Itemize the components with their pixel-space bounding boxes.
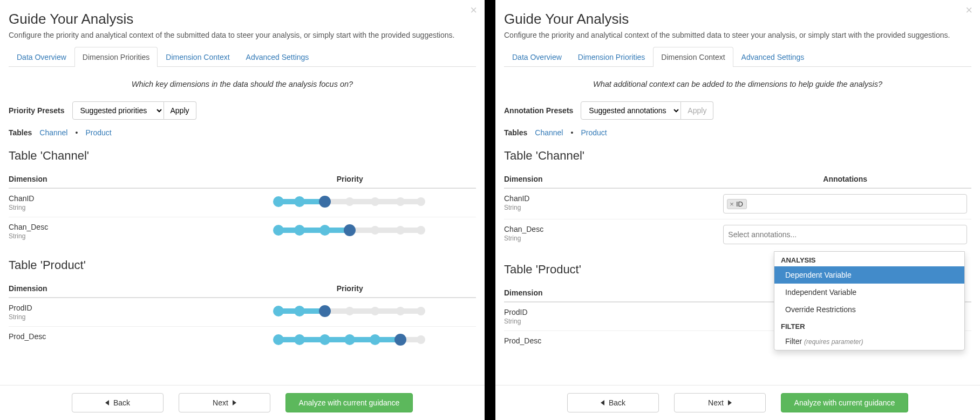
table-link-channel[interactable]: Channel: [535, 128, 563, 137]
table-row: Chan_DescString: [9, 217, 476, 246]
close-icon[interactable]: ×: [965, 4, 972, 16]
dropdown-item[interactable]: Independent Variable: [774, 284, 964, 301]
scroll-area[interactable]: Priority Presets Suggested priorities Ap…: [0, 101, 485, 385]
table-row: ChanIDString×ID: [504, 188, 971, 219]
priority-slider[interactable]: [274, 195, 425, 208]
dimension-name: Chan_Desc: [504, 225, 714, 233]
panel-priorities: × Guide Your Analysis Configure the prio…: [0, 0, 485, 420]
tab-advanced-settings[interactable]: Advanced Settings: [733, 47, 813, 67]
priority-slider[interactable]: [274, 305, 425, 318]
dropdown-item[interactable]: Dependent Variable: [774, 266, 964, 284]
table-link-product[interactable]: Product: [85, 128, 111, 137]
dimension-type: String: [504, 318, 714, 325]
col-priority: Priority: [223, 280, 476, 298]
prompt-question: What additional context can be added to …: [495, 80, 980, 88]
annotation-dropdown[interactable]: ANALYSISDependent VariableIndependent Va…: [774, 251, 965, 350]
analyze-button[interactable]: Analyze with current guidance: [285, 393, 413, 412]
annotation-input[interactable]: [723, 225, 967, 244]
back-label: Back: [609, 398, 625, 407]
tab-dimension-context[interactable]: Dimension Context: [158, 47, 237, 67]
back-button[interactable]: Back: [72, 393, 164, 412]
analyze-button[interactable]: Analyze with current guidance: [781, 393, 908, 412]
preset-select[interactable]: Suggested priorities: [72, 101, 164, 120]
dropdown-item[interactable]: Filter (requires parameter): [774, 333, 964, 350]
page-subtitle: Configure the priority and analytical co…: [504, 31, 971, 39]
annotation-tag[interactable]: ×ID: [727, 199, 747, 209]
annotation-table: DimensionAnnotationsChanIDString×IDChan_…: [504, 170, 971, 250]
tab-bar: Data Overview Dimension Priorities Dimen…: [9, 47, 476, 67]
table-link-channel[interactable]: Channel: [39, 128, 67, 137]
tab-bar: Data Overview Dimension Priorities Dimen…: [504, 47, 971, 67]
tag-label: ID: [736, 200, 743, 208]
prompt-question: Which key dimensions in the data should …: [0, 80, 485, 88]
chevron-left-icon: [601, 400, 604, 405]
col-annotations: Annotations: [719, 170, 971, 188]
apply-button[interactable]: Apply: [164, 101, 196, 120]
dimension-type: String: [9, 204, 219, 211]
table-heading: Table 'Channel': [504, 149, 971, 163]
table-heading: Table 'Product': [9, 258, 476, 272]
col-dimension: Dimension: [504, 284, 719, 302]
tab-data-overview[interactable]: Data Overview: [504, 47, 570, 67]
tab-advanced-settings[interactable]: Advanced Settings: [238, 47, 317, 67]
col-dimension: Dimension: [9, 170, 223, 188]
next-label: Next: [213, 398, 228, 407]
next-button[interactable]: Next: [674, 393, 766, 412]
remove-tag-icon[interactable]: ×: [730, 200, 734, 208]
scroll-area[interactable]: Annotation Presets Suggested annotations…: [495, 101, 980, 385]
priority-slider[interactable]: [274, 224, 425, 237]
tables-label: Tables: [9, 128, 32, 137]
footer: Back Next Analyze with current guidance: [0, 385, 485, 420]
dropdown-item-label: Independent Variable: [785, 288, 856, 297]
separator-dot: •: [570, 128, 573, 137]
dimension-name: Chan_Desc: [9, 223, 219, 231]
dimension-name: ProdID: [504, 308, 714, 316]
page-subtitle: Configure the priority and analytical co…: [9, 31, 476, 39]
chevron-right-icon: [233, 400, 236, 405]
tab-dimension-priorities[interactable]: Dimension Priorities: [570, 47, 653, 67]
col-dimension: Dimension: [9, 280, 223, 298]
table-link-product[interactable]: Product: [581, 128, 607, 137]
col-priority: Priority: [223, 170, 476, 188]
chevron-right-icon: [728, 400, 732, 405]
dimension-name: Prod_Desc: [504, 336, 714, 345]
dimension-type: String: [504, 235, 714, 242]
preset-select[interactable]: Suggested annotations: [581, 101, 681, 120]
page-title: Guide Your Analysis: [9, 11, 476, 27]
tab-dimension-context[interactable]: Dimension Context: [653, 47, 733, 67]
dimension-type: String: [9, 313, 219, 321]
priority-table: DimensionPriorityProdIDStringProd_Desc: [9, 280, 476, 353]
presets-label: Annotation Presets: [504, 106, 573, 115]
analyze-label: Analyze with current guidance: [299, 398, 400, 407]
table-row: ProdIDString: [9, 298, 476, 327]
close-icon[interactable]: ×: [470, 4, 477, 16]
dropdown-item-hint: (requires parameter): [804, 338, 863, 346]
table-row: ChanIDString: [9, 188, 476, 217]
dimension-type: String: [9, 232, 219, 240]
table-row: Chan_DescString: [504, 219, 971, 250]
tab-data-overview[interactable]: Data Overview: [9, 47, 74, 67]
dimension-name: ProdID: [9, 304, 219, 312]
dropdown-item[interactable]: Override Restrictions: [774, 301, 964, 318]
chevron-left-icon: [105, 400, 109, 405]
next-label: Next: [708, 398, 724, 407]
apply-button[interactable]: Apply: [681, 101, 713, 120]
tables-label: Tables: [504, 128, 527, 137]
dimension-type: String: [504, 204, 714, 211]
table-row: Prod_Desc: [9, 327, 476, 353]
priority-table: DimensionPriorityChanIDStringChan_DescSt…: [9, 170, 476, 245]
footer: Back Next Analyze with current guidance: [495, 385, 980, 420]
next-button[interactable]: Next: [179, 393, 270, 412]
panel-context: × Guide Your Analysis Configure the prio…: [495, 0, 980, 420]
dropdown-group-label: ANALYSIS: [774, 252, 964, 266]
annotation-placeholder-input[interactable]: [727, 230, 963, 239]
tab-dimension-priorities[interactable]: Dimension Priorities: [74, 47, 158, 67]
priority-slider[interactable]: [274, 333, 425, 346]
col-dimension: Dimension: [504, 170, 719, 188]
page-title: Guide Your Analysis: [504, 11, 971, 27]
annotation-input[interactable]: ×ID: [723, 194, 967, 214]
dropdown-item-label: Filter: [785, 337, 802, 346]
dimension-name: ChanID: [9, 194, 219, 203]
analyze-label: Analyze with current guidance: [794, 398, 895, 407]
back-button[interactable]: Back: [567, 393, 659, 412]
